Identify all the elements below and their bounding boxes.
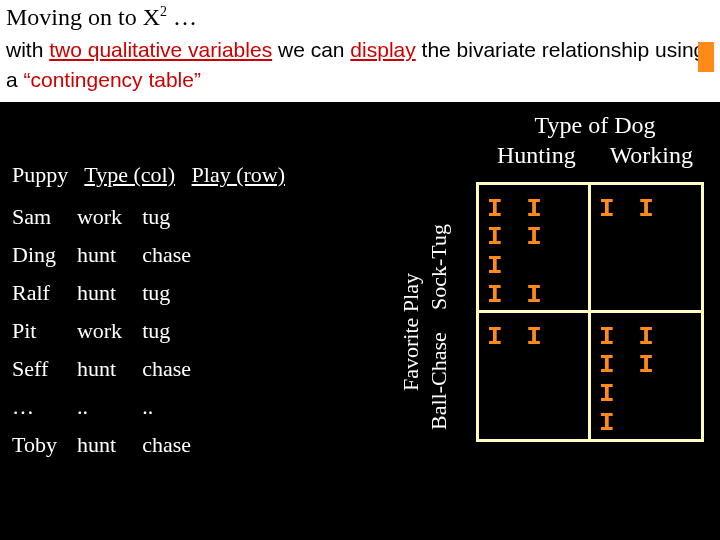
cell-type: .. — [77, 388, 142, 426]
cell-play: tug — [142, 312, 211, 350]
tally-cell-working-socktug: I I — [591, 185, 701, 311]
intro-para-b: we can — [272, 38, 350, 61]
table-row: Dinghuntchase — [12, 236, 211, 274]
tally-line: I I — [487, 323, 581, 352]
contingency-col-headers: Hunting Working — [480, 142, 710, 169]
ct-row2: Ball-Chase — [426, 332, 452, 430]
cell-play: .. — [142, 388, 211, 426]
contingency-grid: I I I I I I I I I I I I I I I I I — [476, 182, 704, 442]
tally-line: I I — [487, 281, 581, 310]
table-row: Samworktug — [12, 198, 211, 236]
row-labels: Ball-Chase Sock-Tug — [426, 197, 452, 457]
cell-puppy: Pit — [12, 312, 77, 350]
table-header: Puppy Type (col) Play (row) — [12, 162, 285, 188]
row-axis-label: Favorite Play — [398, 222, 424, 442]
tally-cell-hunting-socktug: I I I I I I I — [479, 185, 589, 311]
tally-cell-hunting-ballchase: I I — [479, 313, 589, 439]
cell-type: hunt — [77, 274, 142, 312]
header-puppy: Puppy — [12, 162, 68, 187]
cell-puppy: Ding — [12, 236, 77, 274]
table-row: Tobyhuntchase — [12, 426, 211, 464]
cell-play: chase — [142, 426, 211, 464]
ct-col2: Working — [610, 142, 693, 169]
tally-line: I I I I I — [487, 195, 581, 281]
cell-play: tug — [142, 198, 211, 236]
grid-line — [701, 182, 704, 442]
intro-para-red2: display — [350, 38, 415, 61]
intro-para-quote: “contingency table” — [24, 68, 201, 91]
tally-line: I I I I I — [599, 323, 693, 409]
intro-paragraph: with two qualitative variables we can di… — [6, 31, 714, 102]
intro-line1: Moving on to X2 … — [6, 4, 714, 31]
intro-block: Moving on to X2 … with two qualitative v… — [0, 0, 720, 102]
cell-type: work — [77, 198, 142, 236]
intro-para-red1: two qualitative variables — [49, 38, 272, 61]
ct-row1: Sock-Tug — [426, 224, 452, 310]
tally-line: I — [599, 409, 693, 438]
header-type: Type (col) — [84, 162, 175, 187]
header-play: Play (row) — [192, 162, 285, 187]
cell-play: chase — [142, 236, 211, 274]
intro-line1-sup: 2 — [160, 4, 167, 19]
cell-type: work — [77, 312, 142, 350]
cell-puppy: Sam — [12, 198, 77, 236]
cell-type: hunt — [77, 236, 142, 274]
cell-puppy: Seff — [12, 350, 77, 388]
contingency-title: Type of Dog — [480, 112, 710, 139]
data-table: Samworktug Dinghuntchase Ralfhunttug Pit… — [12, 198, 211, 464]
cell-play: chase — [142, 350, 211, 388]
tally-line: I I — [599, 195, 693, 224]
intro-line1-a: Moving on to X — [6, 4, 160, 30]
table-row: Pitworktug — [12, 312, 211, 350]
table-row: Ralfhunttug — [12, 274, 211, 312]
cell-type: hunt — [77, 426, 142, 464]
cell-puppy: Toby — [12, 426, 77, 464]
table-row: Seffhuntchase — [12, 350, 211, 388]
tally-cell-working-ballchase: I I I I I I — [591, 313, 701, 439]
intro-line1-dots: … — [167, 4, 197, 30]
cell-puppy: … — [12, 388, 77, 426]
ct-col1: Hunting — [497, 142, 576, 169]
cursor-icon — [698, 42, 714, 72]
cell-puppy: Ralf — [12, 274, 77, 312]
cell-type: hunt — [77, 350, 142, 388]
cell-play: tug — [142, 274, 211, 312]
intro-para-a: with — [6, 38, 49, 61]
table-row: ….... — [12, 388, 211, 426]
